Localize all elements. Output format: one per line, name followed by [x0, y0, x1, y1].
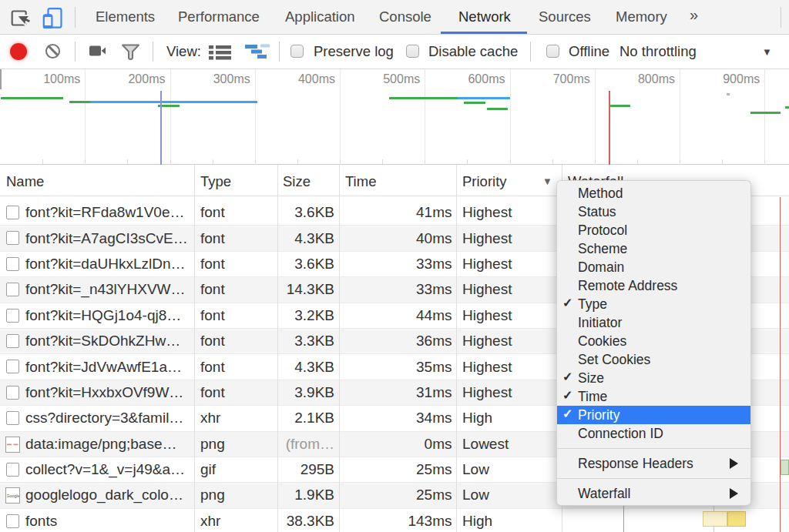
tab-elements[interactable]: Elements [96, 0, 155, 34]
overview-gridline [340, 69, 341, 165]
row-checkbox[interactable] [6, 231, 19, 245]
column-header-priority[interactable]: Priority [462, 173, 507, 190]
request-name: font?kit=HQGj1o4-qj8… [25, 303, 191, 328]
filter-icon[interactable] [121, 44, 140, 64]
request-time: 36ms [345, 329, 452, 353]
overview-time-label: 600ms [468, 72, 505, 86]
overview-tick [213, 159, 213, 164]
menu-item-connection-id[interactable]: Connection ID [557, 424, 750, 443]
request-name: font?kit=_n43lYHXVW… [25, 277, 191, 302]
row-checkbox[interactable] [6, 411, 19, 425]
menu-item-domain[interactable]: Domain [557, 258, 750, 276]
column-header-size[interactable]: Size [283, 173, 311, 190]
overview-request-bar [90, 101, 257, 103]
tab-memory[interactable]: Memory [616, 0, 667, 34]
menu-item-label: Priority [578, 407, 619, 423]
network-toolbar: View: Preserve log Disable cache Offline… [0, 35, 789, 69]
menu-item-set-cookies[interactable]: Set Cookies [557, 350, 750, 369]
overview-gridline [510, 69, 511, 165]
menu-item-label: Scheme [578, 241, 627, 257]
capture-screenshots-icon[interactable] [89, 45, 108, 60]
request-size: 14.3KB [273, 277, 334, 302]
menu-item-waterfall[interactable]: Waterfall [557, 484, 750, 503]
row-checkbox[interactable] [6, 386, 19, 400]
menu-item-remote-address[interactable]: Remote Address [557, 276, 750, 295]
overview-tick [510, 159, 511, 164]
request-size: 3.3KB [273, 329, 334, 353]
row-checkbox[interactable] [6, 206, 19, 219]
network-overview[interactable]: 100ms200ms300ms400ms500ms600ms700ms800ms… [0, 69, 789, 165]
request-time: 41ms [345, 200, 452, 225]
tab-sources[interactable]: Sources [539, 0, 591, 34]
menu-item-status[interactable]: Status [557, 202, 750, 221]
row-checkbox[interactable] [6, 257, 19, 271]
column-divider[interactable] [456, 165, 457, 532]
request-name: data:image/png;base… [25, 432, 191, 457]
overview-request-bar [458, 97, 510, 99]
disable-cache-label: Disable cache [428, 43, 518, 60]
offline-checkbox[interactable] [546, 45, 559, 58]
menu-item-method[interactable]: Method [557, 184, 750, 202]
request-name: fonts [25, 509, 191, 532]
request-time: 33ms [345, 277, 452, 302]
menu-item-scheme[interactable]: Scheme [557, 239, 750, 258]
list-view-icon[interactable] [209, 45, 232, 63]
request-size: 38.3KB [273, 509, 334, 532]
row-checkbox[interactable] [6, 514, 19, 528]
tab-application[interactable]: Application [285, 0, 355, 34]
row-checkbox[interactable] [6, 283, 19, 296]
column-header-name[interactable]: Name [6, 173, 44, 190]
menu-item-label: Method [578, 186, 623, 202]
menu-item-type[interactable]: ✓Type [557, 295, 750, 313]
request-size: 1.9KB [273, 483, 334, 507]
throttling-select[interactable]: No throttling [619, 43, 697, 60]
row-checkbox[interactable] [6, 309, 19, 323]
request-name: collect?v=1&_v=j49&a… [25, 457, 191, 482]
tab-console[interactable]: Console [379, 0, 431, 34]
request-time: 25ms [345, 483, 452, 507]
menu-item-cookies[interactable]: Cookies [557, 332, 750, 350]
tab-network[interactable]: Network [458, 0, 511, 34]
request-row[interactable]: fontsxhr38.3KB143msHigh [0, 509, 789, 532]
column-divider[interactable] [194, 165, 195, 532]
menu-item-protocol[interactable]: Protocol [557, 221, 750, 239]
overview-tick [170, 159, 171, 164]
overview-tick [425, 159, 425, 164]
menu-item-initiator[interactable]: Initiator [557, 313, 750, 332]
request-size: 4.3KB [273, 226, 334, 250]
column-divider[interactable] [277, 165, 278, 532]
menu-item-label: Set Cookies [578, 352, 650, 368]
record-button[interactable] [10, 43, 27, 60]
svg-text:Google: Google [7, 494, 19, 498]
request-type: xhr [200, 509, 270, 532]
preserve-log-checkbox[interactable] [290, 45, 304, 58]
row-checkbox[interactable] [6, 360, 19, 373]
menu-item-size[interactable]: ✓Size [557, 369, 750, 387]
overview-left-mark [0, 69, 2, 89]
disable-cache-checkbox[interactable] [406, 45, 419, 58]
clear-button[interactable] [45, 44, 60, 59]
menu-item-priority[interactable]: ✓Priority [557, 406, 750, 424]
column-header-time[interactable]: Time [345, 173, 376, 190]
throttling-caret-icon[interactable]: ▼ [762, 46, 772, 58]
overview-tick [467, 159, 468, 164]
menu-item-response-headers[interactable]: Response Headers [557, 454, 750, 473]
more-tabs-button[interactable]: » [690, 6, 698, 24]
waterfall-view-icon[interactable] [244, 44, 270, 62]
request-size: 3.2KB [273, 303, 334, 328]
column-header-type[interactable]: Type [200, 173, 231, 190]
tab-performance[interactable]: Performance [178, 0, 260, 34]
overview-request-bar [69, 101, 91, 103]
menu-item-time[interactable]: ✓Time [557, 387, 750, 406]
menu-item-label: Size [578, 370, 604, 386]
row-checkbox[interactable] [6, 334, 19, 348]
request-priority: Highest [462, 277, 559, 302]
overview-dcl-line [160, 91, 162, 165]
menu-item-label: Remote Address [578, 278, 677, 294]
column-divider[interactable] [339, 165, 340, 532]
overview-gridline [255, 69, 256, 165]
row-checkbox[interactable] [6, 463, 19, 477]
checkmark-icon: ✓ [562, 407, 576, 421]
request-priority: Highest [462, 380, 559, 405]
request-type: font [200, 380, 270, 405]
